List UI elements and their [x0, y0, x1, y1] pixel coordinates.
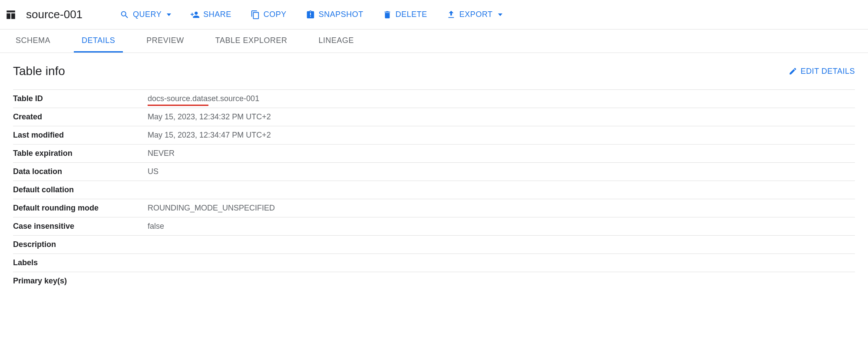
export-button[interactable]: EXPORT [439, 7, 510, 23]
snapshot-icon [306, 10, 315, 20]
table-icon [5, 9, 17, 20]
chevron-down-icon [498, 13, 502, 16]
info-label: Table ID [13, 90, 148, 108]
search-icon [120, 10, 129, 20]
info-value: US [148, 163, 855, 181]
info-label: Data location [13, 163, 148, 181]
delete-icon [383, 10, 392, 20]
table-row: Primary key(s) [13, 272, 855, 290]
edit-details-label: EDIT DETAILS [801, 67, 855, 76]
info-value [148, 272, 855, 290]
info-value [148, 254, 855, 272]
table-row: Last modifiedMay 15, 2023, 12:34:47 PM U… [13, 126, 855, 145]
info-value [148, 236, 855, 254]
tab-schema[interactable]: SCHEMA [8, 30, 58, 53]
snapshot-label: SNAPSHOT [319, 10, 363, 19]
info-label: Last modified [13, 126, 148, 145]
table-row: Default collation [13, 181, 855, 199]
share-button[interactable]: SHARE [182, 7, 239, 23]
share-label: SHARE [203, 10, 231, 19]
info-label: Table expiration [13, 145, 148, 163]
table-row: Default rounding modeROUNDING_MODE_UNSPE… [13, 199, 855, 217]
copy-icon [251, 10, 260, 20]
table-row: Case insensitivefalse [13, 217, 855, 236]
info-value: docs-source.dataset.source-001 [148, 90, 855, 108]
info-label: Case insensitive [13, 217, 148, 236]
snapshot-button[interactable]: SNAPSHOT [298, 7, 371, 23]
info-label: Labels [13, 254, 148, 272]
info-label: Default collation [13, 181, 148, 199]
section-title: Table info [13, 64, 65, 78]
upload-icon [446, 10, 456, 20]
table-row: CreatedMay 15, 2023, 12:34:32 PM UTC+2 [13, 108, 855, 126]
tab-lineage[interactable]: LINEAGE [310, 30, 362, 53]
table-row: Table IDdocs-source.dataset.source-001 [13, 90, 855, 108]
chevron-down-icon [167, 13, 171, 16]
table-info: Table IDdocs-source.dataset.source-001Cr… [13, 89, 855, 290]
table-row: Description [13, 236, 855, 254]
tab-preview[interactable]: PREVIEW [139, 30, 192, 53]
content: Table info EDIT DETAILS Table IDdocs-sou… [0, 53, 868, 301]
info-value [148, 181, 855, 199]
annotation-underline [148, 105, 208, 106]
info-label: Description [13, 236, 148, 254]
copy-label: COPY [264, 10, 287, 19]
edit-details-button[interactable]: EDIT DETAILS [789, 67, 855, 76]
section-header: Table info EDIT DETAILS [13, 64, 855, 78]
info-value: ROUNDING_MODE_UNSPECIFIED [148, 199, 855, 217]
toolbar: source-001 QUERY SHARE COPY SNAPSHOT DEL… [0, 0, 868, 30]
table-row: Table expirationNEVER [13, 145, 855, 163]
query-button[interactable]: QUERY [112, 7, 179, 23]
delete-button[interactable]: DELETE [375, 7, 435, 23]
tab-table-explorer[interactable]: TABLE EXPLORER [208, 30, 295, 53]
info-value: NEVER [148, 145, 855, 163]
delete-label: DELETE [396, 10, 427, 19]
table-row: Labels [13, 254, 855, 272]
copy-button[interactable]: COPY [243, 7, 294, 23]
info-label: Primary key(s) [13, 272, 148, 290]
info-label: Default rounding mode [13, 199, 148, 217]
info-label: Created [13, 108, 148, 126]
export-label: EXPORT [459, 10, 493, 19]
table-row: Data locationUS [13, 163, 855, 181]
pencil-icon [789, 67, 797, 76]
tabs: SCHEMA DETAILS PREVIEW TABLE EXPLORER LI… [0, 30, 868, 53]
info-value: May 15, 2023, 12:34:32 PM UTC+2 [148, 108, 855, 126]
info-value: May 15, 2023, 12:34:47 PM UTC+2 [148, 126, 855, 145]
query-label: QUERY [133, 10, 162, 19]
person-add-icon [190, 10, 200, 20]
page-title: source-001 [26, 8, 83, 21]
tab-details[interactable]: DETAILS [74, 30, 123, 53]
info-value: false [148, 217, 855, 236]
